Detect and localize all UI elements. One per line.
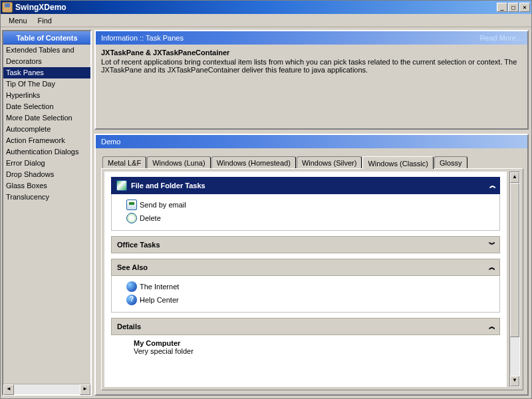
sidebar-item-autocomplete[interactable]: Autocomplete (3, 124, 90, 135)
sidebar-item-glass-boxes[interactable]: Glass Boxes (3, 180, 90, 192)
sidebar-item-authentication-dialogs[interactable]: Authentication Dialogs (3, 146, 90, 158)
task-link-label: Help Center (140, 296, 179, 304)
content: Table of Contents Extended Tables andDec… (1, 27, 531, 398)
taskgroup-details: Details︽My ComputerVery special folder (111, 318, 500, 360)
app-window: SwingXDemo _ □ × Menu Find Table of Cont… (0, 0, 532, 399)
chevron-down-icon: ︾ (489, 240, 494, 249)
task-link-help-center[interactable]: Help Center (117, 293, 494, 307)
taskgroup-header[interactable]: Office Tasks︾ (111, 236, 500, 253)
tab-windows-silver[interactable]: Windows (Silver) (297, 156, 362, 168)
demo-header: Demo (96, 135, 527, 148)
sidebar-item-hyperlinks[interactable]: Hyperlinks (3, 90, 90, 101)
taskgroup-body: Send by emailDelete (111, 194, 500, 231)
tab-windows-homestead[interactable]: Windows (Homestead) (211, 156, 296, 168)
minimize-button[interactable]: _ (497, 3, 507, 12)
taskgroup-title: See Also (117, 263, 489, 271)
java-cup-icon (2, 2, 13, 13)
taskgroup-title: File and Folder Tasks (131, 182, 489, 190)
sidebar: Table of Contents Extended Tables andDec… (2, 30, 92, 396)
sidebar-list: Extended Tables andDecoratorsTask PanesT… (3, 45, 90, 384)
sidebar-item-translucency[interactable]: Translucency (3, 192, 90, 203)
sidebar-item-more-date-selection[interactable]: More Date Selection (3, 112, 90, 124)
sidebar-item-extended-tables-and[interactable]: Extended Tables and (3, 45, 90, 56)
help-icon (126, 295, 137, 305)
menu-find[interactable]: Find (33, 15, 57, 26)
folder-icon (116, 180, 127, 191)
taskgroup-header[interactable]: File and Folder Tasks︽ (111, 177, 500, 194)
sidebar-item-drop-shadows[interactable]: Drop Shadows (3, 169, 90, 180)
taskgroup-title: Office Tasks (117, 241, 489, 249)
globe-icon (126, 281, 137, 292)
menubar: Menu Find (1, 14, 531, 27)
sidebar-header: Table of Contents (3, 31, 90, 45)
tab-windows-classic[interactable]: Windows (Classic) (362, 156, 433, 169)
info-text: Lot of recent applications bring context… (101, 58, 522, 74)
close-button[interactable]: × (519, 3, 530, 12)
taskgroup-office-tasks: Office Tasks︾ (111, 236, 500, 253)
tab-glossy[interactable]: Glossy (434, 156, 467, 168)
scroll-right-button[interactable]: ► (80, 384, 90, 395)
info-header: Information :: Task Panes Read More... (96, 31, 527, 45)
task-link-label: Send by email (140, 201, 186, 209)
chevron-up-icon: ︽ (489, 263, 494, 272)
taskgroup-header[interactable]: Details︽ (111, 318, 500, 335)
titlebar: SwingXDemo _ □ × (1, 1, 531, 14)
read-more-link[interactable]: Read More... (479, 34, 522, 42)
task-link-send-by-email[interactable]: Send by email (117, 198, 494, 211)
tab-metal-l-f[interactable]: Metal L&F (102, 156, 146, 168)
taskgroup-body: The InternetHelp Center (111, 276, 500, 313)
sidebar-item-tip-of-the-day[interactable]: Tip Of The Day (3, 78, 90, 90)
sidebar-item-decorators[interactable]: Decorators (3, 56, 90, 67)
taskgroup-see-also: See Also︽The InternetHelp Center (111, 259, 500, 313)
sidebar-item-action-framework[interactable]: Action Framework (3, 135, 90, 146)
sidebar-item-error-dialog[interactable]: Error Dialog (3, 158, 90, 169)
detail-subtitle: Very special folder (124, 347, 495, 355)
info-title: JXTaskPane & JXTaskPaneContainer (101, 49, 522, 57)
scroll-left-button[interactable]: ◄ (3, 384, 14, 395)
demo-panel: Demo Metal L&FWindows (Luna)Windows (Hom… (94, 134, 529, 396)
sidebar-hscroll: ◄ ► (3, 384, 90, 394)
tabs: Metal L&FWindows (Luna)Windows (Homestea… (101, 154, 523, 168)
taskgroup-file-and-folder-tasks: File and Folder Tasks︽Send by emailDelet… (111, 177, 500, 231)
delete-icon (126, 213, 137, 223)
scroll-up-button[interactable]: ▲ (510, 172, 519, 183)
chevron-up-icon: ︽ (489, 181, 495, 190)
task-link-label: Delete (140, 214, 161, 222)
scroll-track[interactable] (14, 384, 80, 394)
scroll-down-button[interactable]: ▼ (510, 376, 519, 386)
window-title: SwingXDemo (15, 3, 497, 12)
main: Information :: Task Panes Read More... J… (94, 30, 529, 396)
info-body: JXTaskPane & JXTaskPaneContainer Lot of … (96, 45, 527, 78)
demo-body: Metal L&FWindows (Luna)Windows (Homestea… (96, 148, 527, 394)
sidebar-item-date-selection[interactable]: Date Selection (3, 101, 90, 112)
taskgroup-body: My ComputerVery special folder (111, 335, 500, 360)
demo-header-title: Demo (101, 138, 522, 146)
scroll-track-v[interactable] (510, 183, 519, 376)
info-header-title: Information :: Task Panes (101, 34, 479, 42)
vertical-scrollbar: ▲ ▼ (509, 172, 520, 387)
taskpane-area: File and Folder Tasks︽Send by emailDelet… (104, 172, 507, 387)
scroll-thumb[interactable] (510, 183, 519, 337)
sidebar-item-task-panes[interactable]: Task Panes (3, 67, 90, 78)
detail-title: My Computer (124, 339, 495, 347)
maximize-button[interactable]: □ (508, 3, 519, 12)
taskgroup-header[interactable]: See Also︽ (111, 259, 500, 276)
taskgroup-title: Details (117, 323, 489, 331)
mail-icon (126, 200, 137, 210)
tab-content: File and Folder Tasks︽Send by emailDelet… (101, 168, 523, 390)
task-link-the-internet[interactable]: The Internet (117, 280, 494, 293)
tab-windows-luna[interactable]: Windows (Luna) (147, 156, 210, 168)
task-link-label: The Internet (140, 283, 179, 291)
window-controls: _ □ × (497, 3, 530, 12)
task-link-delete[interactable]: Delete (117, 211, 494, 225)
info-panel: Information :: Task Panes Read More... J… (94, 30, 529, 130)
chevron-up-icon: ︽ (489, 322, 494, 331)
menu-menu[interactable]: Menu (3, 15, 33, 26)
